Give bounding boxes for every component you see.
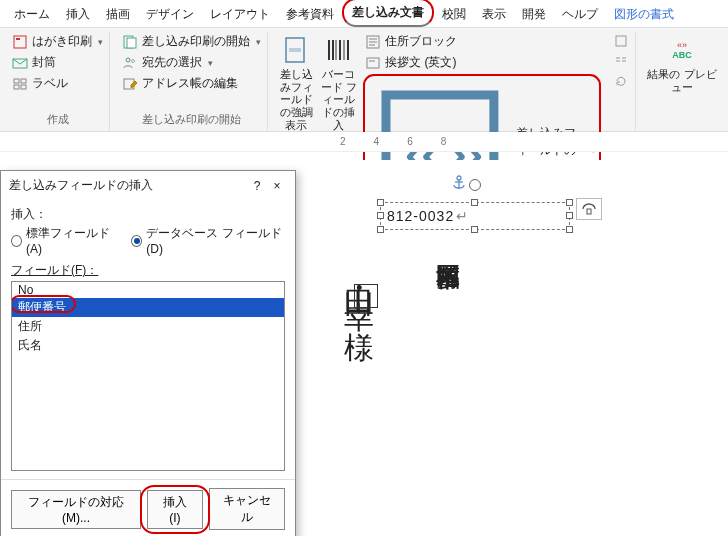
tab-help[interactable]: ヘルプ xyxy=(554,2,606,27)
list-item-postal[interactable]: 郵便番号 xyxy=(12,298,284,317)
barcode-field-button[interactable]: バーコード フィールドの挿入 xyxy=(321,32,358,143)
list-item[interactable]: 住所 xyxy=(12,317,284,336)
help-button[interactable]: ? xyxy=(247,179,267,193)
fields-listbox[interactable]: No 郵便番号 住所 氏名 xyxy=(11,281,285,471)
greeting-icon xyxy=(365,55,381,71)
tab-draw[interactable]: 描画 xyxy=(98,2,138,27)
match-fields-icon xyxy=(613,53,629,69)
preview-icon: «»ABC xyxy=(666,34,698,66)
layout-options-button[interactable] xyxy=(576,198,602,220)
select-recipients-button[interactable]: 宛先の選択 xyxy=(120,53,263,72)
tab-review[interactable]: 校閲 xyxy=(434,2,474,27)
svg-point-9 xyxy=(126,58,130,62)
dialog-titlebar[interactable]: 差し込みフィールドの挿入 ? × xyxy=(1,171,295,200)
radio-database-fields[interactable]: データベース フィールド(D) xyxy=(131,225,285,256)
match-fields-dialog-button[interactable]: フィールドの対応(M)... xyxy=(11,490,141,529)
tab-developer[interactable]: 開発 xyxy=(514,2,554,27)
svg-rect-4 xyxy=(21,79,26,83)
rules-icon xyxy=(613,33,629,49)
document-canvas[interactable]: 812-0032↵ 福岡県福岡市博多区 山田・幸様 xyxy=(330,160,718,536)
svg-rect-5 xyxy=(14,85,19,89)
group-preview-caption xyxy=(646,125,718,129)
highlight-fields-label: 差し込みフィールド の強調表示 xyxy=(278,68,315,131)
svg-point-10 xyxy=(132,59,135,62)
list-item[interactable]: No xyxy=(12,282,284,298)
barcode-field-label: バーコード フィールドの挿入 xyxy=(321,68,358,131)
svg-rect-24 xyxy=(367,58,379,68)
resize-handle[interactable] xyxy=(566,212,573,219)
radio-database-label: データベース フィールド(D) xyxy=(146,225,285,256)
insert-type-label: 挿入： xyxy=(11,206,285,223)
hagaki-print-button[interactable]: はがき印刷 xyxy=(10,32,105,51)
postal-value: 812-0032 xyxy=(387,208,454,224)
update-labels-icon xyxy=(613,73,629,89)
resize-handle[interactable] xyxy=(471,199,478,206)
resize-handle[interactable] xyxy=(377,199,384,206)
address-block-button[interactable]: 住所ブロック xyxy=(363,32,601,51)
hagaki-print-label: はがき印刷 xyxy=(32,33,92,50)
svg-rect-0 xyxy=(14,36,26,48)
insert-merge-field-dialog: 差し込みフィールドの挿入 ? × 挿入： 標準フィールド(A) データベース フ… xyxy=(0,170,296,536)
radio-unchecked-icon xyxy=(11,235,22,247)
update-labels-button[interactable] xyxy=(611,72,631,90)
rules-button[interactable] xyxy=(611,32,631,50)
name-suffix: 様 xyxy=(343,308,376,314)
svg-rect-13 xyxy=(289,48,301,52)
name-prefix: 山田・幸 xyxy=(343,260,376,284)
resize-handle[interactable] xyxy=(377,212,384,219)
postal-textbox[interactable]: 812-0032↵ xyxy=(380,202,570,230)
radio-address-label: 標準フィールド(A) xyxy=(26,225,117,256)
cancel-button[interactable]: キャンセル xyxy=(209,488,285,530)
preview-results-button[interactable]: «»ABC 結果の プレビュー xyxy=(646,32,718,93)
tab-references[interactable]: 参考資料 xyxy=(278,2,342,27)
highlight-fields-icon xyxy=(280,34,312,66)
svg-rect-1 xyxy=(16,38,20,40)
list-item[interactable]: 氏名 xyxy=(12,336,284,355)
select-recipients-label: 宛先の選択 xyxy=(142,54,202,71)
resize-handle[interactable] xyxy=(566,199,573,206)
address-text[interactable]: 福岡県福岡市博多区 xyxy=(432,246,464,536)
barcode-icon xyxy=(323,34,355,66)
svg-point-29 xyxy=(457,176,461,180)
svg-rect-32 xyxy=(587,209,591,214)
insert-button[interactable]: 挿入(I) xyxy=(147,490,203,529)
radio-address-fields[interactable]: 標準フィールド(A) xyxy=(11,225,117,256)
highlight-fields-button[interactable]: 差し込みフィールド の強調表示 xyxy=(278,32,315,131)
horizontal-ruler[interactable]: 2 4 6 8 xyxy=(0,132,728,152)
paragraph-mark-icon: ↵ xyxy=(456,208,469,224)
tab-insert[interactable]: 挿入 xyxy=(58,2,98,27)
tab-home[interactable]: ホーム xyxy=(6,2,58,27)
svg-rect-3 xyxy=(14,79,19,83)
edit-list-button[interactable]: アドレス帳の編集 xyxy=(120,74,263,93)
tab-design[interactable]: デザイン xyxy=(138,2,202,27)
recipient-name-text[interactable]: 山田・幸様 xyxy=(338,260,379,536)
svg-rect-6 xyxy=(21,85,26,89)
tab-layout[interactable]: レイアウト xyxy=(202,2,278,27)
resize-handle[interactable] xyxy=(377,226,384,233)
envelope-label: 封筒 xyxy=(32,54,56,71)
tab-mailings[interactable]: 差し込み文書 xyxy=(342,0,434,27)
group-start-merge: 差し込み印刷の開始 宛先の選択 アドレス帳の編集 差し込み印刷の開始 xyxy=(116,32,268,131)
label-label: ラベル xyxy=(32,75,68,92)
start-merge-button[interactable]: 差し込み印刷の開始 xyxy=(120,32,263,51)
tab-view[interactable]: 表示 xyxy=(474,2,514,27)
resize-handle[interactable] xyxy=(566,226,573,233)
match-fields-button[interactable] xyxy=(611,52,631,70)
preview-results-label: 結果の プレビュー xyxy=(646,68,718,93)
start-merge-icon xyxy=(122,34,138,50)
resize-handle[interactable] xyxy=(471,226,478,233)
anchor-icon xyxy=(450,174,468,192)
close-button[interactable]: × xyxy=(267,179,287,193)
greeting-line-button[interactable]: 挨拶文 (英文) xyxy=(363,53,601,72)
ruler-tick: 6 xyxy=(407,136,415,147)
rotate-handle[interactable] xyxy=(469,179,481,191)
tab-shape-format[interactable]: 図形の書式 xyxy=(606,2,682,27)
tab-bar: ホーム 挿入 描画 デザイン レイアウト 参考資料 差し込み文書 校閲 表示 開… xyxy=(0,0,728,28)
envelope-button[interactable]: 封筒 xyxy=(10,53,105,72)
label-button[interactable]: ラベル xyxy=(10,74,105,93)
greeting-line-label: 挨拶文 (英文) xyxy=(385,54,456,71)
name-placeholder-box xyxy=(354,284,378,308)
edit-list-label: アドレス帳の編集 xyxy=(142,75,238,92)
address-block-icon xyxy=(365,34,381,50)
group-write-fields: 差し込みフィールド の強調表示 バーコード フィールドの挿入 住所ブロック 挨拶… xyxy=(274,32,636,131)
